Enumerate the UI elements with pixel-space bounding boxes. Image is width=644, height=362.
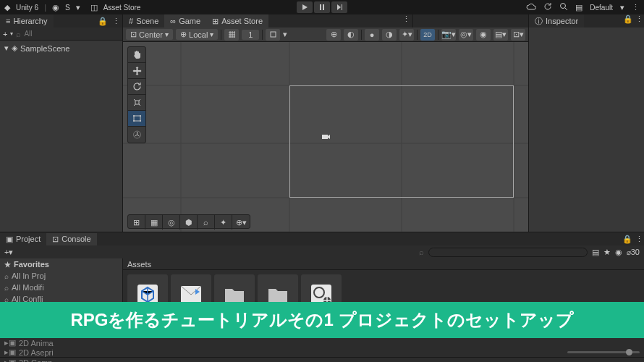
camera-icon[interactable]: 📷▾ (441, 29, 456, 41)
folder-item[interactable]: 2D Comp (19, 358, 52, 363)
console-icon: ⊡ (52, 235, 59, 244)
tab-label: Asset Store (221, 17, 263, 25)
plus-icon[interactable]: +▾ (4, 248, 13, 257)
inspector-panel: ⓘ Inspector 🔒 ⋮ (528, 14, 644, 232)
foldout-icon[interactable]: ▾ (4, 43, 9, 53)
tool-palette (127, 46, 146, 143)
draw-mode[interactable]: ⊕ (326, 29, 341, 41)
overlay-btn-2[interactable]: ▦ (145, 215, 163, 230)
search-icon[interactable]: ⌕ (419, 248, 424, 256)
store-icon: ⊞ (212, 17, 219, 26)
shading-mode[interactable]: ◐ (344, 29, 358, 41)
svg-point-0 (561, 4, 566, 9)
2d-toggle[interactable]: 2D (420, 29, 435, 41)
fav-item[interactable]: ⌕ All Modifi (0, 282, 122, 293)
cloud-icon[interactable] (526, 3, 536, 12)
folder-item[interactable]: 2D Asepri (19, 348, 54, 357)
overlay-btn-3[interactable]: ◎ (163, 215, 180, 230)
tab-label: Project (16, 235, 41, 243)
tutorial-banner: RPGを作るチュートリアルその1 プロジェクトのセットアップ (0, 302, 644, 338)
cart-icon[interactable]: ◫ (90, 3, 98, 12)
svg-rect-10 (134, 116, 140, 121)
account-icon[interactable]: ◉ (52, 3, 59, 12)
project-search-input[interactable] (428, 248, 588, 257)
tab-project[interactable]: ▣Project (0, 233, 46, 245)
filter-icon[interactable]: ▤ (592, 248, 599, 257)
lock-icon[interactable]: 🔒 (621, 235, 634, 244)
pivot-dropdown[interactable]: ⊡Center▾ (126, 29, 173, 40)
grid-toggle[interactable] (224, 29, 239, 41)
play-button[interactable] (297, 1, 313, 13)
kebab-icon[interactable]: ⋮ (399, 14, 412, 28)
audio-toggle[interactable]: ◑ (382, 29, 397, 41)
gizmos-dropdown[interactable]: ⊡▾ (511, 29, 525, 41)
grid-value[interactable]: 1 (242, 30, 259, 40)
layers-icon[interactable]: ▤ (575, 3, 582, 12)
refresh-icon[interactable] (543, 2, 552, 12)
layers-icon[interactable]: ▤▾ (493, 29, 508, 41)
folder-icon: ▣ (6, 235, 13, 244)
tab-label: Game (179, 17, 200, 25)
overlay-btn-7[interactable]: ⊕▾ (232, 215, 250, 230)
hand-tool[interactable] (128, 47, 145, 63)
favorites-header[interactable]: ★ Favorites (0, 258, 122, 270)
fav-item[interactable]: ⌕ All In Proj (0, 270, 122, 282)
fx-toggle[interactable]: ✦▾ (399, 29, 414, 41)
tab-asset-store[interactable]: ⊞Asset Store (206, 14, 268, 28)
transform-tool[interactable] (128, 127, 145, 143)
hierarchy-panel: ≡ Hierarchy 🔒 ⋮ +▾ ⌕ ▾ ◈ SampleScene (0, 14, 123, 232)
tab-game[interactable]: ∞Game (164, 14, 206, 28)
scene-viewport[interactable]: ⊞ ▦ ◎ ⬢ ⌕ ✦ ⊕▾ (123, 42, 528, 232)
rect-tool[interactable] (128, 111, 145, 127)
plus-icon[interactable]: + (3, 30, 7, 38)
asset-store-link[interactable]: Asset Store (103, 4, 141, 12)
scale-tool[interactable] (128, 95, 145, 111)
camera-gizmo-icon[interactable] (321, 132, 331, 142)
asset-size-slider[interactable] (567, 351, 640, 353)
light-toggle[interactable]: ● (365, 29, 379, 41)
overlay-btn-6[interactable]: ✦ (215, 215, 232, 230)
svg-point-13 (133, 120, 135, 122)
app-name: Unity 6 (16, 4, 38, 12)
tab-scene[interactable]: #Scene (123, 14, 164, 28)
hierarchy-tab[interactable]: ≡ Hierarchy (0, 14, 54, 28)
rotate-tool[interactable] (128, 79, 145, 95)
scene-root-item[interactable]: ▾ ◈ SampleScene (0, 42, 122, 54)
svg-rect-9 (135, 101, 139, 104)
folder-item[interactable]: 2D Anima (19, 339, 54, 348)
move-tool[interactable] (128, 63, 145, 79)
folder-icon: ▸▣ (4, 348, 16, 357)
tab-console[interactable]: ⊡Console (46, 233, 96, 245)
lock-icon[interactable]: 🔒 (622, 14, 634, 28)
hierarchy-search[interactable]: +▾ ⌕ (0, 28, 122, 41)
kebab-icon[interactable]: ⋮ (634, 14, 644, 28)
pause-button[interactable] (314, 1, 330, 13)
snap-toggle[interactable] (266, 29, 280, 41)
space-dropdown[interactable]: ⊕Local▾ (176, 29, 218, 40)
lock-icon[interactable]: 🔒 (96, 14, 109, 28)
favorite-icon[interactable]: ★ (603, 248, 611, 257)
overlay-btn-5[interactable]: ⌕ (198, 215, 215, 230)
visibility-icon[interactable]: ◉ (476, 29, 491, 41)
kebab-icon[interactable]: ⋮ (109, 14, 122, 28)
search-input[interactable] (24, 30, 119, 38)
svg-point-12 (140, 115, 141, 117)
breadcrumb[interactable]: Assets (123, 258, 644, 270)
svg-rect-1 (271, 32, 276, 37)
overlay-btn-1[interactable]: ⊞ (128, 215, 145, 230)
hidden-icon[interactable]: ◉ (615, 248, 622, 257)
scene-icon: # (129, 17, 133, 25)
svg-rect-16 (322, 135, 328, 139)
step-button[interactable] (331, 1, 347, 13)
search-icon[interactable] (559, 2, 568, 12)
scene-name: SampleScene (20, 44, 70, 53)
layout-dropdown[interactable]: Default (590, 4, 613, 12)
account-dropdown[interactable]: S (65, 4, 70, 12)
kebab-icon[interactable]: ⋮ (632, 3, 640, 12)
overlay-btn-4[interactable]: ⬢ (180, 215, 198, 230)
inspector-tab[interactable]: ⓘ Inspector (529, 14, 584, 28)
gizmo-toggle[interactable]: ◎▾ (459, 29, 473, 41)
kebab-icon[interactable]: ⋮ (634, 235, 644, 244)
project-toolbar: +▾ ⌕ ▤ ★ ◉ ⌀30 (0, 245, 644, 258)
scene-panel: #Scene ∞Game ⊞Asset Store ⋮ ⊡Center▾ ⊕Lo… (123, 14, 528, 232)
